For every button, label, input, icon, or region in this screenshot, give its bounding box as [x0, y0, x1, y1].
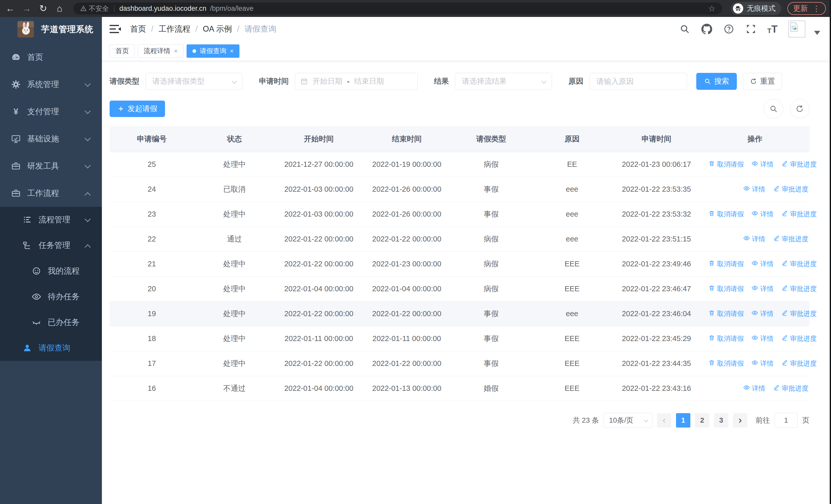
font-size-icon[interactable]: TT — [767, 23, 778, 35]
progress-link[interactable]: 审批进度 — [781, 160, 816, 169]
bookmark-star-icon[interactable]: ☆ — [708, 4, 716, 13]
cancel-leave-link[interactable]: 取消请假 — [708, 284, 744, 293]
show-search-button[interactable] — [764, 99, 783, 119]
sidebar-item-home[interactable]: 首页 — [0, 43, 102, 71]
prev-page-button[interactable]: ‹ — [657, 413, 671, 427]
page-button[interactable]: 3 — [714, 413, 728, 427]
help-icon[interactable] — [723, 23, 735, 35]
reason-input[interactable] — [590, 73, 687, 90]
table-row[interactable]: 17处理中2022-01-22 00:00:002022-01-22 00:00… — [110, 351, 809, 376]
cancel-leave-link[interactable]: 取消请假 — [708, 309, 744, 318]
browser-menu-icon[interactable]: ⋮ — [812, 4, 820, 13]
progress-link[interactable]: 审批进度 — [781, 309, 816, 318]
avatar-caret-icon[interactable] — [814, 31, 820, 35]
refresh-icon — [750, 78, 757, 85]
detail-link[interactable]: 详情 — [751, 309, 774, 318]
cancel-leave-link[interactable]: 取消请假 — [708, 334, 744, 343]
search-button[interactable]: 搜索 — [696, 73, 737, 90]
leave-type-select[interactable]: 请选择请假类型 — [145, 73, 242, 90]
result-select[interactable]: 请选择流结果 — [455, 73, 552, 90]
progress-link[interactable]: 审批进度 — [781, 284, 816, 293]
progress-link[interactable]: 审批进度 — [781, 260, 816, 268]
next-page-button[interactable]: › — [733, 413, 747, 427]
home-icon[interactable]: ⌂ — [54, 4, 65, 13]
detail-link[interactable]: 详情 — [751, 210, 774, 219]
cell-type: 事假 — [451, 351, 532, 376]
detail-link[interactable]: 详情 — [743, 235, 765, 243]
detail-link[interactable]: 详情 — [751, 359, 774, 368]
sidebar-item-payment[interactable]: ¥支付管理 — [0, 98, 102, 125]
breadcrumb-item[interactable]: OA 示例 — [203, 24, 232, 34]
detail-link[interactable]: 详情 — [743, 384, 765, 393]
date-separator: - — [347, 77, 349, 86]
cancel-leave-link[interactable]: 取消请假 — [708, 359, 744, 368]
table-row[interactable]: 25处理中2021-12-27 00:00:002022-01-19 00:00… — [110, 152, 809, 177]
detail-link[interactable]: 详情 — [751, 160, 774, 169]
close-icon[interactable]: × — [230, 48, 233, 54]
pagination: 共 23 条 10条/页 ‹ 123 › 前往 页 — [110, 413, 809, 428]
table-row[interactable]: 19处理中2022-01-22 00:00:002022-01-22 00:00… — [110, 301, 809, 326]
collapse-sidebar-icon[interactable] — [110, 24, 121, 34]
close-icon[interactable]: × — [174, 48, 178, 54]
refresh-table-button[interactable] — [790, 99, 809, 119]
apply-time-range-input[interactable]: 开始日期 - 结束日期 — [295, 73, 418, 90]
reset-button[interactable]: 重置 — [743, 73, 782, 90]
app-logo[interactable]: 芋道管理系统 — [0, 17, 102, 41]
table-row[interactable]: 16不通过2022-01-04 00:00:002022-01-13 00:00… — [110, 376, 809, 401]
forward-icon[interactable]: → — [22, 4, 32, 13]
tab-home[interactable]: 首页 — [110, 45, 135, 58]
sidebar-item-leave-query[interactable]: 请假查询 — [0, 335, 102, 361]
sidebar-item-system[interactable]: 系统管理 — [0, 71, 102, 98]
progress-link[interactable]: 审批进度 — [781, 210, 816, 219]
update-button[interactable]: 更新 ⋮ — [787, 2, 826, 15]
table-row[interactable]: 18处理中2022-01-11 00:00:002022-01-11 00:00… — [110, 326, 809, 351]
address-bar[interactable]: 不安全 dashboard.yudao.iocoder.cn/bpm/oa/le… — [74, 3, 722, 14]
action-label: 审批进度 — [790, 334, 816, 343]
refresh-icon — [795, 105, 804, 113]
back-icon[interactable]: ← — [5, 4, 16, 13]
tab-leave-query[interactable]: 请假查询× — [187, 45, 239, 58]
table-row[interactable]: 24已取消2022-01-03 00:00:002022-01-26 00:00… — [110, 177, 809, 202]
cancel-leave-link[interactable]: 取消请假 — [708, 260, 744, 268]
detail-link[interactable]: 详情 — [751, 284, 774, 293]
sidebar-item-todo-tasks[interactable]: 待办任务 — [0, 284, 102, 309]
page-button[interactable]: 2 — [695, 413, 709, 427]
table-row[interactable]: 20处理中2022-01-04 00:00:002022-01-04 00:00… — [110, 276, 809, 301]
progress-link[interactable]: 审批进度 — [781, 334, 816, 343]
progress-link[interactable]: 审批进度 — [773, 235, 808, 243]
cell-status: 已取消 — [194, 177, 275, 202]
detail-link[interactable]: 详情 — [751, 334, 774, 343]
search-icon[interactable] — [679, 23, 690, 35]
detail-link[interactable]: 详情 — [743, 185, 765, 194]
detail-link[interactable]: 详情 — [751, 260, 774, 268]
progress-link[interactable]: 审批进度 — [773, 384, 808, 393]
breadcrumb-item[interactable]: 工作流程 — [159, 24, 191, 34]
table-row[interactable]: 22通过2022-01-22 00:00:002022-01-22 00:00:… — [110, 227, 809, 251]
sidebar-item-workflow[interactable]: 工作流程 — [0, 180, 102, 207]
table-row[interactable]: 23处理中2022-01-03 00:00:002022-01-26 00:00… — [110, 202, 809, 227]
reload-icon[interactable]: ↻ — [38, 4, 48, 13]
cell-end: 2022-01-22 00:00:00 — [363, 351, 451, 376]
sidebar-item-process-mgmt[interactable]: 流程管理 — [0, 207, 102, 233]
create-leave-button[interactable]: 发起请假 — [110, 100, 165, 117]
tab-process-detail[interactable]: 流程详情× — [138, 45, 183, 58]
sidebar-item-done-tasks[interactable]: 已办任务 — [0, 309, 102, 335]
sidebar-item-devtools[interactable]: 研发工具 — [0, 152, 102, 180]
table-row[interactable]: 21处理中2022-01-22 00:00:002022-01-23 00:00… — [110, 251, 809, 276]
sidebar-item-my-process[interactable]: 我的流程 — [0, 258, 102, 284]
progress-link[interactable]: 审批进度 — [773, 185, 808, 194]
progress-link[interactable]: 审批进度 — [781, 359, 816, 368]
fullscreen-icon[interactable] — [745, 23, 756, 35]
goto-page-input[interactable] — [775, 413, 798, 428]
page-button[interactable]: 1 — [676, 413, 690, 427]
cell-start: 2022-01-11 00:00:00 — [275, 326, 363, 351]
breadcrumb-item[interactable]: 首页 — [130, 24, 146, 34]
cancel-leave-link[interactable]: 取消请假 — [708, 160, 744, 169]
cancel-leave-link[interactable]: 取消请假 — [708, 210, 744, 219]
sidebar-item-infra[interactable]: 基础设施 — [0, 125, 102, 152]
gear-icon — [10, 79, 22, 90]
avatar[interactable] — [789, 21, 805, 37]
github-icon[interactable] — [701, 23, 712, 35]
sidebar-item-task-mgmt[interactable]: 任务管理 — [0, 233, 102, 258]
page-size-select[interactable]: 10条/页 — [604, 413, 652, 428]
